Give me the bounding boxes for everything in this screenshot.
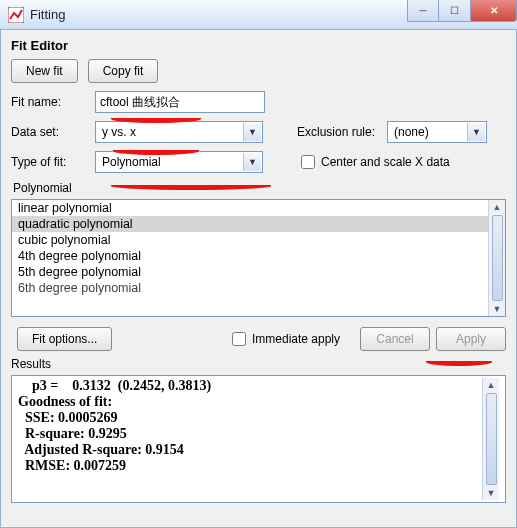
immediate-apply-label: Immediate apply xyxy=(252,332,340,346)
results-label: Results xyxy=(11,357,506,371)
results-box: p3 = 0.3132 (0.2452, 0.3813)Goodness of … xyxy=(11,375,506,503)
polynomial-list-inner: linear polynomialquadratic polynomialcub… xyxy=(12,200,488,316)
results-line: p3 = 0.3132 (0.2452, 0.3813) xyxy=(18,378,482,394)
maximize-icon: ☐ xyxy=(450,5,459,16)
fit-options-button[interactable]: Fit options... xyxy=(17,327,112,351)
data-set-value: y vs. x xyxy=(102,125,136,139)
maximize-button[interactable]: ☐ xyxy=(439,0,471,22)
window-controls: ─ ☐ ✕ xyxy=(407,0,517,22)
center-scale-label: Center and scale X data xyxy=(321,155,450,169)
list-item[interactable]: 6th degree polynomial xyxy=(12,280,488,296)
fit-buttons-row: New fit Copy fit xyxy=(11,59,506,83)
app-icon xyxy=(8,7,24,23)
list-item[interactable]: quadratic polynomial xyxy=(12,216,488,232)
type-of-fit-label: Type of fit: xyxy=(11,155,95,169)
type-of-fit-value: Polynomial xyxy=(102,155,161,169)
list-item[interactable]: 4th degree polynomial xyxy=(12,248,488,264)
exclusion-rule-value: (none) xyxy=(394,125,429,139)
center-scale-checkbox[interactable] xyxy=(301,155,315,169)
list-item[interactable]: 5th degree polynomial xyxy=(12,264,488,280)
window-titlebar: Fitting ─ ☐ ✕ xyxy=(0,0,517,30)
exclusion-rule-label: Exclusion rule: xyxy=(297,125,387,139)
minimize-button[interactable]: ─ xyxy=(407,0,439,22)
results-line: Goodness of fit: xyxy=(18,394,482,410)
type-of-fit-row: Type of fit: Polynomial ▼ Center and sca… xyxy=(11,151,506,173)
data-set-row: Data set: y vs. x ▼ Exclusion rule: (non… xyxy=(11,121,506,143)
fit-name-row: Fit name: xyxy=(11,91,506,113)
chevron-down-icon: ▼ xyxy=(467,123,485,141)
data-set-combo[interactable]: y vs. x ▼ xyxy=(95,121,263,143)
results-line: R-square: 0.9295 xyxy=(18,426,482,442)
fit-name-input[interactable] xyxy=(95,91,265,113)
scroll-thumb[interactable] xyxy=(486,393,497,485)
chevron-down-icon: ▼ xyxy=(243,153,261,171)
close-icon: ✕ xyxy=(490,5,498,16)
cancel-button[interactable]: Cancel xyxy=(360,327,430,351)
list-item[interactable]: cubic polynomial xyxy=(12,232,488,248)
list-item[interactable]: linear polynomial xyxy=(12,200,488,216)
scroll-up-icon[interactable]: ▲ xyxy=(493,202,502,212)
apply-button[interactable]: Apply xyxy=(436,327,506,351)
data-set-label: Data set: xyxy=(11,125,95,139)
new-fit-button[interactable]: New fit xyxy=(11,59,78,83)
type-of-fit-combo[interactable]: Polynomial ▼ xyxy=(95,151,263,173)
scroll-down-icon[interactable]: ▼ xyxy=(487,488,496,498)
fit-name-label: Fit name: xyxy=(11,95,95,109)
exclusion-rule-combo[interactable]: (none) ▼ xyxy=(387,121,487,143)
results-line: SSE: 0.0005269 xyxy=(18,410,482,426)
scroll-up-icon[interactable]: ▲ xyxy=(487,380,496,390)
window-title: Fitting xyxy=(30,7,65,22)
immediate-apply-checkbox[interactable] xyxy=(232,332,246,346)
minimize-icon: ─ xyxy=(419,5,426,16)
results-line: RMSE: 0.007259 xyxy=(18,458,482,474)
polynomial-group-label: Polynomial xyxy=(13,181,506,195)
action-row: Fit options... Immediate apply Cancel Ap… xyxy=(11,327,506,351)
copy-fit-button[interactable]: Copy fit xyxy=(88,59,159,83)
client-area: Fit Editor New fit Copy fit Fit name: Da… xyxy=(0,30,517,528)
results-scrollbar[interactable]: ▲ ▼ xyxy=(482,378,499,500)
polynomial-listbox[interactable]: linear polynomialquadratic polynomialcub… xyxy=(11,199,506,317)
listbox-scrollbar[interactable]: ▲ ▼ xyxy=(488,200,505,316)
chevron-down-icon: ▼ xyxy=(243,123,261,141)
scroll-down-icon[interactable]: ▼ xyxy=(493,304,502,314)
close-button[interactable]: ✕ xyxy=(471,0,517,22)
fit-editor-heading: Fit Editor xyxy=(11,38,506,53)
results-text: p3 = 0.3132 (0.2452, 0.3813)Goodness of … xyxy=(18,378,482,500)
results-line: Adjusted R-square: 0.9154 xyxy=(18,442,482,458)
scroll-thumb[interactable] xyxy=(492,215,503,301)
